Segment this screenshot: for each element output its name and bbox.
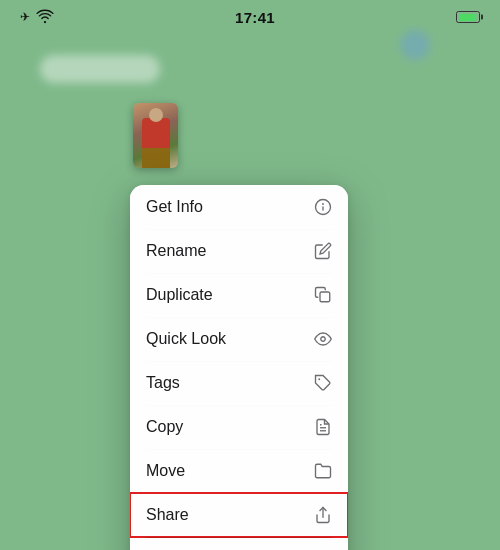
- thumb-figure: [142, 118, 170, 168]
- menu-label-share: Share: [146, 506, 189, 524]
- folder-icon: [314, 462, 332, 480]
- tag-icon: [314, 374, 332, 392]
- bg-dot: [400, 30, 430, 60]
- menu-item-tags[interactable]: Tags: [130, 361, 348, 405]
- status-left: ✈: [20, 8, 54, 26]
- menu-item-delete[interactable]: Delete: [130, 537, 348, 550]
- status-right: [456, 11, 480, 23]
- menu-item-move[interactable]: Move: [130, 449, 348, 493]
- menu-label-copy: Copy: [146, 418, 183, 436]
- svg-point-4: [321, 337, 326, 342]
- airplane-icon: ✈: [20, 10, 30, 24]
- menu-item-quick-look[interactable]: Quick Look: [130, 317, 348, 361]
- menu-label-tags: Tags: [146, 374, 180, 392]
- info-icon: [314, 198, 332, 216]
- eye-icon: [314, 330, 332, 348]
- pencil-icon: [314, 242, 332, 260]
- menu-label-duplicate: Duplicate: [146, 286, 213, 304]
- menu-item-share[interactable]: Share: [130, 493, 348, 537]
- share-icon: [314, 506, 332, 524]
- menu-label-quick-look: Quick Look: [146, 330, 226, 348]
- thumb-head: [149, 108, 163, 122]
- file-thumbnail: [133, 103, 178, 168]
- menu-label-move: Move: [146, 462, 185, 480]
- status-bar: ✈ 17:41: [0, 0, 500, 30]
- menu-label-get-info: Get Info: [146, 198, 203, 216]
- menu-item-copy[interactable]: Copy: [130, 405, 348, 449]
- menu-item-get-info[interactable]: Get Info: [130, 185, 348, 229]
- copy-icon: [314, 418, 332, 436]
- battery-fill: [459, 14, 475, 21]
- wifi-icon: [36, 8, 54, 26]
- svg-rect-3: [320, 292, 330, 302]
- battery-icon: [456, 11, 480, 23]
- menu-item-rename[interactable]: Rename: [130, 229, 348, 273]
- status-time: 17:41: [235, 9, 275, 26]
- context-menu: Get Info Rename Duplicate Quick Look Tag…: [130, 185, 348, 550]
- menu-label-rename: Rename: [146, 242, 206, 260]
- duplicate-icon: [314, 286, 332, 304]
- battery-indicator: [456, 11, 480, 23]
- bg-bubble: [40, 55, 160, 83]
- menu-item-duplicate[interactable]: Duplicate: [130, 273, 348, 317]
- thumb-inner: [133, 103, 178, 168]
